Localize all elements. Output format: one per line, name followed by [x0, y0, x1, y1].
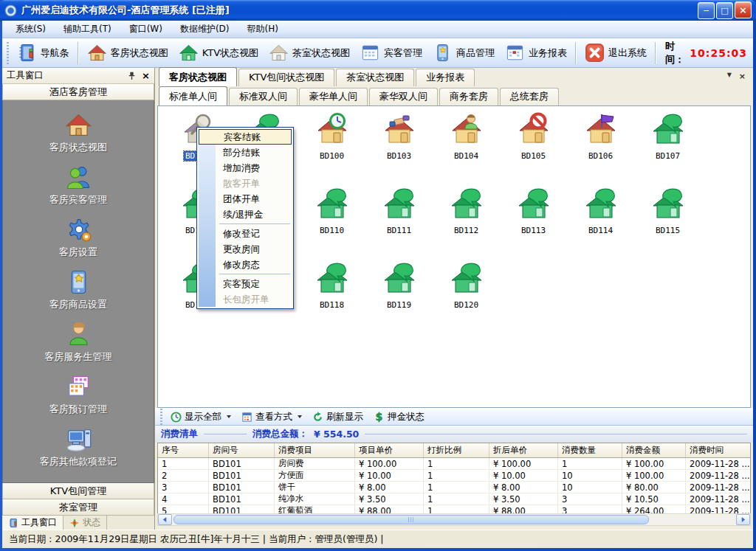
- table-row[interactable]: 5BD101红葡萄酒¥ 88.001¥ 88.003¥ 264.002009-1…: [158, 505, 751, 514]
- toolbar-button-3[interactable]: KTV状态视图: [173, 41, 264, 64]
- menu-item[interactable]: 数据维护(D): [171, 21, 238, 38]
- maximize-button[interactable]: □: [716, 2, 733, 19]
- room-BD110[interactable]: BD110: [298, 184, 365, 258]
- room-action-button-2[interactable]: 查看方式: [236, 410, 307, 424]
- scroll-right-icon[interactable]: [736, 514, 750, 525]
- toolbar-button-6[interactable]: 商品管理: [427, 41, 500, 64]
- sidebar-tab-1[interactable]: 工具窗口: [2, 516, 63, 530]
- toolbar-button-7[interactable]: 业务报表: [500, 41, 572, 64]
- sidebar-item-5[interactable]: 客房服务生管理: [45, 321, 112, 364]
- sidebar-item-4[interactable]: 客房商品设置: [49, 268, 107, 311]
- context-menu-item[interactable]: 散客开单: [199, 176, 292, 191]
- room-label: BD115: [654, 226, 681, 235]
- sidebar-item-3[interactable]: 客房设置: [59, 216, 97, 259]
- table-row[interactable]: 1BD101房间费¥ 100.001¥ 100.001¥ 100.002009-…: [158, 458, 751, 470]
- close-button[interactable]: ×: [735, 1, 752, 18]
- context-menu-item[interactable]: 宾客结账: [199, 129, 292, 145]
- toolbar-button-2[interactable]: 客房状态视图: [82, 41, 173, 64]
- table-row[interactable]: 2BD101方便面¥ 10.001¥ 10.0010¥ 100.002009-1…: [158, 470, 751, 482]
- table-cell: ¥ 100.00: [355, 458, 424, 470]
- context-menu-item[interactable]: 修改房态: [199, 257, 292, 272]
- room-BD118[interactable]: BD118: [298, 258, 365, 333]
- room-type-tab-3[interactable]: 豪华单人间: [299, 88, 368, 105]
- sidebar-item-6[interactable]: 客房预订管理: [49, 373, 107, 416]
- column-header[interactable]: 房间号: [209, 443, 275, 458]
- column-header[interactable]: 消费时间: [686, 443, 752, 458]
- room-BD104[interactable]: BD104: [433, 109, 500, 184]
- column-header[interactable]: 序号: [158, 443, 209, 458]
- scrollbar-thumb[interactable]: [173, 515, 649, 524]
- toolbar-button-1[interactable]: 导航条: [12, 41, 75, 64]
- context-menu-item[interactable]: 修改登记: [199, 226, 292, 241]
- room-BD119[interactable]: BD119: [365, 258, 433, 333]
- toolbar-button-4[interactable]: 茶室状态视图: [264, 41, 355, 64]
- main-tab-1[interactable]: 客房状态视图: [159, 67, 237, 86]
- room-BD111[interactable]: BD111: [365, 184, 433, 258]
- room-BD107[interactable]: BD107: [634, 109, 701, 184]
- sidebar-section-2[interactable]: 茶室管理: [2, 499, 154, 516]
- sidebar-item-2[interactable]: 客房宾客管理: [49, 164, 107, 207]
- context-menu-item[interactable]: 团体开单: [199, 191, 292, 207]
- room-BD103[interactable]: BD103: [365, 109, 433, 184]
- tab-close-icon[interactable]: ×: [739, 72, 746, 81]
- menu-item[interactable]: 窗口(W): [120, 21, 171, 38]
- sidebar-tab-2[interactable]: 状态: [63, 516, 107, 530]
- table-row[interactable]: 4BD101纯净水¥ 3.501¥ 3.503¥ 10.502009-11-28…: [158, 493, 751, 505]
- room-action-button-4[interactable]: $押金状态: [368, 410, 430, 424]
- room-BD105[interactable]: BD105: [500, 109, 567, 184]
- room-label: BD118: [318, 300, 346, 310]
- room-action-button-3[interactable]: 刷新显示: [307, 410, 368, 424]
- room-label: BD106: [587, 151, 614, 161]
- room-BD113[interactable]: BD113: [500, 184, 567, 258]
- horizontal-scrollbar[interactable]: [157, 513, 751, 526]
- context-menu-item[interactable]: 续/退押金: [199, 207, 292, 222]
- room-BD100[interactable]: BD100: [298, 109, 365, 184]
- device-icon: [65, 268, 92, 298]
- sidebar-section-1[interactable]: KTV包间管理: [2, 483, 154, 499]
- minimize-button[interactable]: ─: [698, 2, 715, 19]
- column-header[interactable]: 消费项目: [275, 443, 355, 458]
- pin-icon[interactable]: [127, 71, 137, 80]
- main-tab-3[interactable]: 茶室状态视图: [336, 69, 414, 86]
- room-BD115[interactable]: BD115: [634, 184, 701, 258]
- sidebar-item-1[interactable]: 客房状态视图: [49, 111, 107, 154]
- sidebar-close-icon[interactable]: ×: [142, 71, 150, 80]
- column-header[interactable]: 折后单价: [489, 443, 558, 458]
- main-tab-2[interactable]: KTV包间状态视图: [238, 69, 334, 86]
- room-BD112[interactable]: BD112: [433, 184, 500, 258]
- toolbar-button-5[interactable]: 宾客管理: [355, 41, 427, 64]
- room-BD120[interactable]: BD120: [433, 258, 500, 333]
- sidebar-item-7[interactable]: 客房其他款项登记: [40, 426, 117, 468]
- column-header[interactable]: 项目单价: [355, 443, 424, 458]
- consumption-total-label: 消费总金额：: [252, 428, 308, 440]
- context-menu-item[interactable]: 宾客预定: [199, 276, 292, 291]
- tab-list-icon[interactable]: ▼: [727, 72, 732, 81]
- room-type-tab-1[interactable]: 标准单人间: [159, 86, 227, 105]
- menu-item[interactable]: 辅助工具(T): [55, 21, 120, 38]
- room-BD114[interactable]: BD114: [567, 184, 634, 258]
- room-type-tab-5[interactable]: 商务套房: [439, 88, 498, 105]
- room-type-tab-6[interactable]: 总统套房: [500, 88, 559, 105]
- room-type-tab-2[interactable]: 标准双人间: [229, 88, 298, 105]
- table-row[interactable]: 3BD101饼干¥ 8.001¥ 8.0010¥ 80.002009-11-28…: [158, 482, 751, 493]
- room-type-tab-4[interactable]: 豪华双人间: [369, 88, 438, 105]
- toolbar-button-8[interactable]: 退出系统: [580, 41, 652, 64]
- main-tab-4[interactable]: 业务报表: [416, 69, 475, 86]
- sidebar-section-hotel-rooms[interactable]: 酒店客房管理: [2, 84, 154, 100]
- column-header[interactable]: 打折比例: [424, 443, 489, 458]
- sidebar-collapsed-sections: KTV包间管理茶室管理: [2, 483, 154, 516]
- room-action-button-1[interactable]: 显示全部: [165, 410, 236, 424]
- sidebar-title: 工具窗口: [7, 69, 44, 82]
- menu-item[interactable]: 系统(S): [7, 21, 55, 38]
- column-header[interactable]: 消费金额: [622, 443, 686, 458]
- context-menu-item[interactable]: 更改房间: [199, 241, 292, 257]
- table-cell: ¥ 10.00: [489, 470, 558, 482]
- room-label: BD112: [453, 226, 480, 235]
- context-menu-item[interactable]: 长包房开单: [199, 291, 292, 307]
- context-menu-item[interactable]: 增加消费: [199, 160, 292, 176]
- column-header[interactable]: 消费数量: [558, 443, 622, 458]
- context-menu-item[interactable]: 部分结账: [199, 145, 292, 160]
- scroll-left-icon[interactable]: [158, 514, 172, 525]
- menu-item[interactable]: 帮助(H): [238, 21, 287, 38]
- room-BD106[interactable]: BD106: [567, 109, 634, 184]
